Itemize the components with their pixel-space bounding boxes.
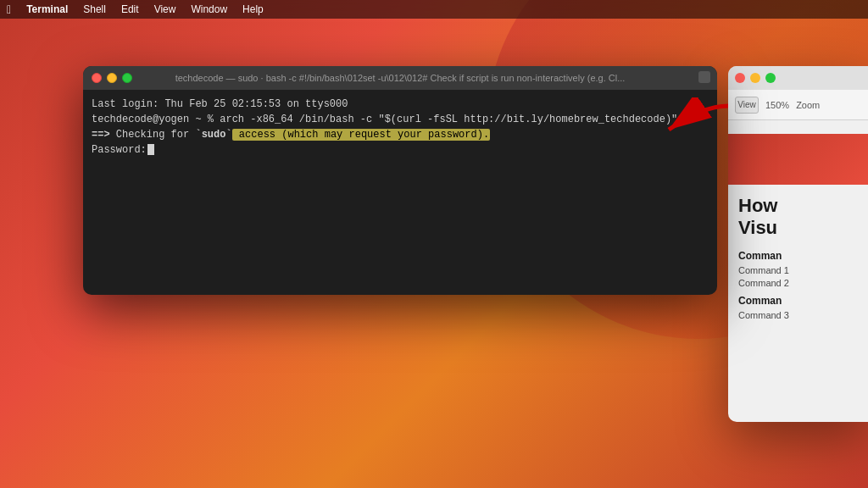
terminal-cursor — [147, 144, 154, 155]
checking-text: Checking for — [116, 129, 196, 141]
menubar-edit[interactable]: Edit — [114, 0, 146, 19]
terminal-titlebar: techdecode — sudo · bash -c #!/bin/bash\… — [83, 66, 717, 90]
view-label: View — [737, 100, 756, 109]
terminal-body[interactable]: Last login: Thu Feb 25 02:15:53 on ttys0… — [83, 90, 717, 164]
terminal-line-checking: ==> Checking for `sudo` access (which ma… — [92, 127, 709, 142]
right-panel-window: View 150% Zoom How Visu Comman Command 1… — [728, 66, 868, 422]
right-panel-toolbar: View 150% Zoom — [728, 90, 868, 120]
password-text: Password: — [92, 144, 147, 156]
maximize-button[interactable] — [122, 73, 132, 83]
rp-heading-line2: Visu — [738, 217, 858, 239]
menubar-items: Terminal Shell Edit View Window Help — [19, 0, 270, 19]
menubar:  Terminal Shell Edit View Window Help — [0, 0, 868, 19]
rp-item-1: Command 1 — [738, 265, 858, 275]
menubar-terminal[interactable]: Terminal — [19, 0, 75, 19]
last-login-text: Last login: Thu Feb 25 02:15:53 on ttys0… — [92, 98, 348, 110]
rp-maximize-button[interactable] — [765, 73, 776, 83]
right-panel-content: How Visu Comman Command 1 Command 2 Comm… — [728, 120, 868, 336]
menubar-window[interactable]: Window — [184, 0, 234, 19]
terminal-line-lastlogin: Last login: Thu Feb 25 02:15:53 on ttys0… — [92, 97, 709, 112]
rp-close-button[interactable] — [735, 73, 745, 83]
view-button[interactable]: View — [735, 97, 759, 114]
apple-menu-icon[interactable]:  — [7, 3, 11, 16]
access-highlight: access (which may request your password)… — [232, 129, 490, 141]
rp-red-decoration — [728, 134, 868, 185]
right-panel-titlebar — [728, 66, 868, 90]
terminal-window: techdecode — sudo · bash -c #!/bin/bash\… — [83, 66, 717, 295]
rp-section1-title: Comman — [738, 250, 858, 262]
terminal-line-password: Password: — [92, 142, 709, 158]
rp-item-3: Command 3 — [738, 310, 858, 320]
rp-section2-title: Comman — [738, 295, 858, 307]
arrow-text: ==> — [92, 129, 110, 141]
menubar-shell[interactable]: Shell — [76, 0, 113, 19]
rp-heading-line1: How — [738, 195, 858, 217]
scrollbar-button[interactable] — [698, 71, 710, 83]
rp-heading: How Visu — [738, 195, 858, 240]
rp-minimize-button[interactable] — [750, 73, 760, 83]
desktop:  Terminal Shell Edit View Window Help t… — [0, 0, 868, 488]
rp-item-2: Command 2 — [738, 278, 858, 288]
sudo-text: `sudo` — [195, 129, 231, 141]
menubar-view[interactable]: View — [147, 0, 183, 19]
zoom-label: 150% — [765, 100, 789, 110]
terminal-line-command: techdecode@yogen ~ % arch -x86_64 /bin/b… — [92, 112, 709, 127]
terminal-title: techdecode — sudo · bash -c #!/bin/bash\… — [175, 73, 626, 83]
zoom-btn[interactable]: Zoom — [796, 100, 820, 110]
traffic-lights — [92, 73, 132, 83]
close-button[interactable] — [92, 73, 102, 83]
menubar-help[interactable]: Help — [236, 0, 270, 19]
minimize-button[interactable] — [107, 73, 117, 83]
command-text: techdecode@yogen ~ % arch -x86_64 /bin/b… — [92, 114, 677, 125]
